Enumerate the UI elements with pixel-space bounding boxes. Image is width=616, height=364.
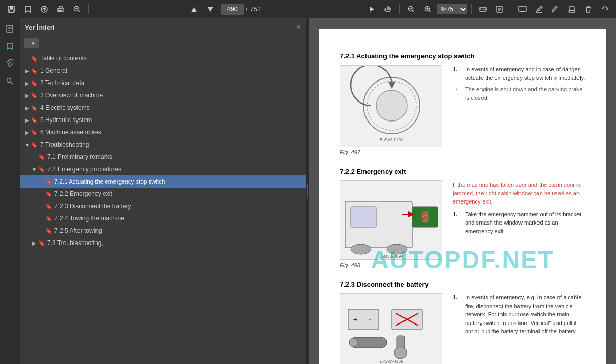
step-7-2-2-1: 1. Take the emergency hammer out of its …	[453, 210, 585, 236]
side-panel-pages[interactable]	[2, 21, 18, 37]
section-7-2-2-content: 🚪 B-830-0094 Fi	[340, 180, 585, 272]
section-7-2-2-text: If the machine has fallen over and the c…	[453, 180, 585, 272]
label-7-3: 7.3 Troubleshooting,	[47, 239, 302, 247]
panel-header: Yer İmleri ×	[20, 18, 306, 36]
upload-button[interactable]	[37, 2, 51, 16]
toggle-1[interactable]: ▶	[24, 67, 31, 74]
side-panel-attachment[interactable]	[2, 55, 18, 72]
toggle-4[interactable]: ▶	[24, 104, 31, 111]
svg-text:B-830-0094: B-830-0094	[379, 254, 403, 259]
bookmark-icon-7-2-1: 🔖	[45, 178, 52, 185]
side-panel-search[interactable]	[2, 73, 18, 89]
label-7-2-5: 7.2.5 After towing	[54, 227, 302, 234]
panel-view-button[interactable]: ≡ ▾	[24, 38, 39, 48]
panel-title: Yer İmleri	[25, 24, 55, 31]
bookmark-item-7-2-2[interactable]: 🔖 7.2.2 Emergency exit	[20, 188, 306, 200]
toggle-2[interactable]: ▶	[24, 79, 31, 87]
panel-close-button[interactable]: ×	[296, 23, 301, 32]
bookmark-icon-7: 🔖	[31, 141, 38, 148]
bookmark-item-5[interactable]: ▶ 🔖 5 Hydraulic system	[20, 114, 306, 126]
toggle-7-2[interactable]: ▼	[31, 166, 38, 173]
svg-point-29	[7, 78, 11, 83]
bookmark-item-2[interactable]: ▶ 🔖 2 Technical data	[20, 77, 306, 89]
svg-rect-5	[59, 10, 62, 11]
svg-point-52	[349, 338, 357, 347]
bookmark-item-4[interactable]: ▶ 🔖 4 Electric systems	[20, 102, 306, 114]
stamp-button[interactable]	[565, 2, 579, 16]
bookmark-button[interactable]	[21, 2, 35, 16]
svg-point-42	[387, 244, 407, 254]
toggle-5[interactable]: ▶	[24, 116, 31, 124]
hand-tool[interactable]	[381, 2, 395, 16]
label-7-2-4: 7.2.4 Towing the machine	[54, 215, 302, 222]
toggle-3[interactable]: ▶	[24, 92, 31, 99]
svg-text:B-SW-0169: B-SW-0169	[380, 359, 403, 364]
bookmark-item-7-1[interactable]: 🔖 7.1 Preliminary remarks	[20, 151, 306, 163]
svg-line-10	[413, 10, 414, 12]
section-7-2-1-text: 1. In events of emergency and in case of…	[453, 65, 585, 159]
prev-page-button[interactable]: ▲	[188, 3, 200, 15]
pdf-page: AUTOPDF.NET 7.2.1 Actuating the emergenc…	[319, 29, 606, 364]
label-6: 6 Machine assemblies	[40, 129, 302, 136]
bookmark-icon: 🔖	[31, 55, 38, 62]
cursor-tool[interactable]	[364, 2, 379, 16]
label-3: 3 Overview of machine	[40, 92, 302, 99]
page-indicator: / 752	[221, 4, 261, 15]
resizer-handle	[307, 184, 308, 199]
fig-499-container: + - B-SW-0169	[340, 293, 442, 364]
section-7-2-3-content: + - B-SW-0169	[340, 293, 585, 364]
draw-button[interactable]	[548, 2, 563, 16]
label-7-1: 7.1 Preliminary remarks	[47, 153, 302, 160]
separator3	[399, 4, 400, 14]
bookmark-item-3[interactable]: ▶ 🔖 3 Overview of machine	[20, 89, 306, 102]
svg-rect-21	[519, 6, 526, 11]
next-page-button[interactable]: ▼	[204, 3, 217, 15]
pdf-area[interactable]: AUTOPDF.NET 7.2.1 Actuating the emergenc…	[309, 18, 616, 364]
print-button[interactable]	[53, 2, 68, 16]
bookmark-item-1[interactable]: ▶ 🔖 1 General	[20, 65, 306, 77]
bookmark-item-7-2-1[interactable]: 🔖 7.2.1 Actuating the emergency stop swi…	[20, 175, 306, 188]
zoom-select[interactable]: %75 %50 %100 %125	[437, 4, 467, 14]
main-area: Yer İmleri × ≡ ▾ 🔖 Table of contents ▶ 🔖…	[0, 18, 616, 364]
zoom-in-button[interactable]	[420, 2, 435, 16]
toggle-7[interactable]: ▼	[24, 141, 31, 148]
bookmark-item-toc[interactable]: 🔖 Table of contents	[20, 52, 306, 65]
step-7-2-3-1-text: In events of emergency, e.g. in case of …	[465, 293, 585, 336]
fit-page-button[interactable]	[492, 2, 507, 16]
bookmark-item-7-2[interactable]: ▼ 🔖 7.2 Emergency procedures	[20, 163, 306, 175]
svg-text:B-SW-1191: B-SW-1191	[380, 137, 403, 143]
bookmark-item-7[interactable]: ▼ 🔖 7 Troubleshooting	[20, 138, 306, 151]
svg-point-34	[376, 90, 407, 121]
zoom-out-button[interactable]	[404, 2, 418, 16]
step-7-2-1-1: 1. In events of emergency and in case of…	[453, 65, 585, 82]
svg-point-54	[394, 347, 407, 359]
toc-label: Table of contents	[40, 55, 302, 62]
bookmark-icon-2: 🔖	[31, 79, 38, 87]
bookmark-item-7-2-3[interactable]: 🔖 7.2.3 Disconnect the battery	[20, 200, 306, 212]
bookmark-item-7-2-4[interactable]: 🔖 7.2.4 Towing the machine	[20, 212, 306, 225]
svg-line-13	[429, 10, 431, 12]
toggle-7-3[interactable]: ▶	[31, 239, 38, 247]
zoom-out-page-button[interactable]	[70, 2, 84, 16]
page-total: 752	[249, 5, 261, 13]
label-7-2-3: 7.2.3 Disconnect the battery	[54, 203, 302, 210]
bookmark-item-7-3[interactable]: ▶ 🔖 7.3 Troubleshooting,	[20, 237, 306, 249]
save-button[interactable]	[4, 2, 18, 16]
delete-button[interactable]	[581, 2, 595, 16]
bookmark-item-6[interactable]: ▶ 🔖 6 Machine assemblies	[20, 126, 306, 138]
section-7-2-1-content: B-SW-1191 Fig. 497 1. In events of emerg…	[340, 65, 585, 159]
toolbar: ▲ ▼ / 752 %75 %50 %100 %125	[0, 0, 616, 18]
comment-button[interactable]	[515, 2, 530, 16]
fit-width-button[interactable]	[476, 2, 490, 16]
side-panel-bookmarks[interactable]	[2, 38, 18, 54]
toggle-6[interactable]: ▶	[24, 129, 31, 136]
svg-rect-23	[569, 7, 574, 10]
page-navigation: ▲ ▼ / 752	[93, 3, 356, 15]
label-1: 1 General	[40, 67, 302, 74]
separator	[88, 4, 89, 14]
bookmark-item-7-2-5[interactable]: 🔖 7.2.5 After towing	[20, 225, 306, 237]
rotate-button[interactable]	[598, 2, 612, 16]
label-2: 2 Technical data	[40, 79, 302, 87]
page-input[interactable]	[221, 4, 244, 15]
highlight-button[interactable]	[532, 2, 546, 16]
